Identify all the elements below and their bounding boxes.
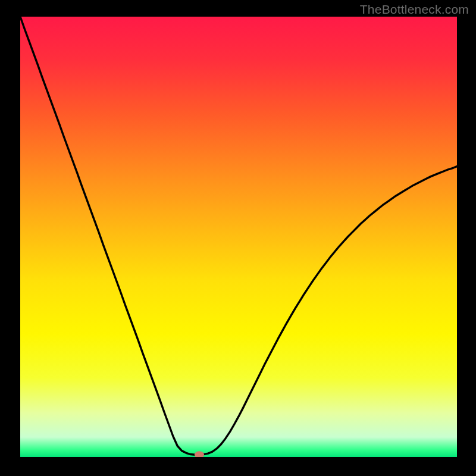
plot-area — [20, 17, 457, 457]
chart-svg — [20, 17, 457, 457]
gradient-background — [20, 17, 457, 457]
watermark-text: TheBottleneck.com — [360, 2, 469, 17]
chart-frame: TheBottleneck.com — [0, 0, 476, 476]
